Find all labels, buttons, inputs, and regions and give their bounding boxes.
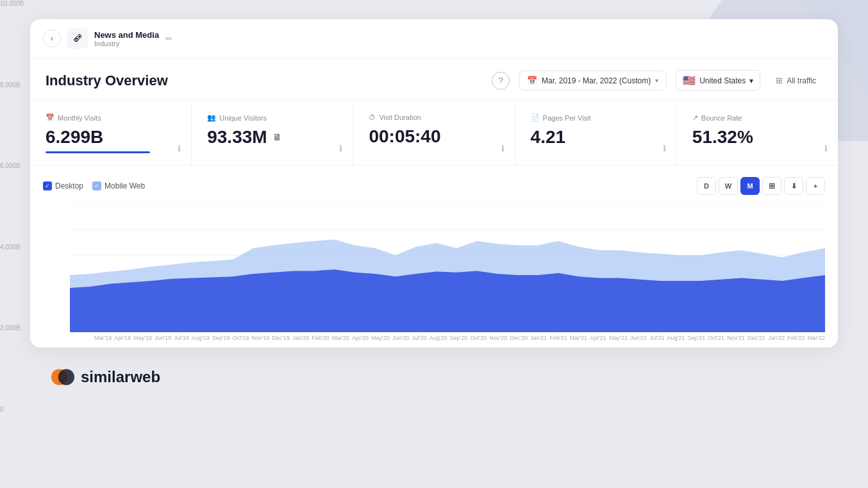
x-label: Jul'20: [412, 335, 426, 341]
legend-check-desktop: ✓: [43, 181, 52, 190]
x-label: Sep'21: [687, 335, 705, 341]
back-icon: ‹: [51, 34, 53, 43]
info-icon-2[interactable]: ℹ: [501, 144, 505, 153]
x-label: Jun'20: [392, 335, 409, 341]
metric-label-visit-duration: ⏱ Visit Duration: [369, 114, 499, 121]
calendar-icon-small: 📅: [46, 114, 54, 122]
metric-label-bounce-rate: ↗ Bounce Rate: [692, 114, 822, 122]
country-picker[interactable]: 🇺🇸 United States ▾: [676, 70, 760, 91]
x-label: Mar'19: [94, 335, 112, 341]
clock-icon: ⏱: [369, 114, 376, 121]
pages-icon: 📄: [531, 114, 540, 122]
bounce-icon: ↗: [692, 114, 698, 122]
x-label: Dec'21: [747, 335, 765, 341]
card-header: ‹ 🗞 News and Media Industry ✏: [30, 19, 838, 58]
page-title: Industry Overview: [46, 72, 483, 89]
x-label: Feb'22: [787, 335, 805, 341]
metric-label-monthly-visits: 📅 Monthly Visits: [46, 114, 176, 122]
edit-icon[interactable]: ✏: [165, 34, 172, 44]
breadcrumb-icon: 🗞: [67, 28, 88, 49]
x-label: Sep'19: [212, 335, 230, 341]
chart-btn-day[interactable]: D: [697, 177, 716, 195]
chevron-down-icon: ▾: [655, 77, 658, 84]
info-icon-3[interactable]: ℹ: [663, 144, 666, 153]
date-range-picker[interactable]: 📅 Mar, 2019 - Mar, 2022 (Custom) ▾: [519, 71, 667, 90]
metric-bounce-rate: ↗ Bounce Rate 51.32% ℹ: [677, 101, 838, 165]
y-axis: 10.000B 8.000B 6.000B 4.000B 2.000B 0: [43, 204, 70, 341]
x-label: Jul'21: [649, 335, 664, 341]
help-button[interactable]: ?: [492, 72, 510, 90]
legend-mobile[interactable]: ✓ Mobile Web: [92, 181, 145, 190]
x-label: Oct'19: [233, 335, 249, 341]
chevron-down-icon-2: ▾: [749, 76, 753, 85]
metric-value-bounce-rate: 51.32%: [692, 127, 822, 147]
x-label: Jan'21: [530, 335, 547, 341]
x-label: Jan'20: [292, 335, 309, 341]
x-label: Jun'21: [630, 335, 647, 341]
desktop-icon: 🖥: [272, 132, 281, 142]
metrics-row: 📅 Monthly Visits 6.299B ℹ 👥 Unique Visit…: [30, 101, 838, 165]
info-icon-4[interactable]: ℹ: [824, 144, 828, 153]
x-label: Apr'19: [114, 335, 131, 341]
sw-logo-icon: [51, 366, 74, 389]
chart-container: 10.000B 8.000B 6.000B 4.000B 2.000B 0: [43, 204, 825, 341]
x-labels: Mar'19 Apr'19 May'19 Jun'19 Jul'19 Aug'1…: [70, 332, 825, 341]
metric-pages-per-visit: 📄 Pages Per Visit 4.21 ℹ: [515, 101, 677, 165]
metric-label-unique-visitors: 👥 Unique Visitors: [207, 114, 337, 122]
x-label: Mar'21: [570, 335, 587, 341]
x-label: Aug'20: [430, 335, 447, 341]
chart-btn-excel[interactable]: ⊞: [762, 177, 781, 195]
chart-btn-add[interactable]: +: [806, 177, 825, 195]
x-label: Jan'22: [768, 335, 785, 341]
x-label: Dec'19: [272, 335, 290, 341]
info-icon-0[interactable]: ℹ: [178, 144, 181, 153]
chart-svg: [70, 204, 825, 332]
x-label: Nov'21: [727, 335, 745, 341]
chart-btn-month[interactable]: M: [740, 177, 760, 195]
x-label: Aug'21: [667, 335, 685, 341]
x-label: Apr'21: [590, 335, 606, 341]
metric-monthly-visits: 📅 Monthly Visits 6.299B ℹ: [30, 101, 192, 165]
x-label: Oct'20: [470, 335, 487, 341]
svg-point-7: [58, 369, 74, 385]
metric-value-pages-per-visit: 4.21: [531, 127, 661, 147]
metric-value-unique-visitors: 93.33M 🖥: [207, 127, 337, 147]
chart-area: [70, 204, 825, 332]
x-label: Nov'20: [489, 335, 507, 341]
flag-icon: 🇺🇸: [683, 74, 696, 87]
x-label: Apr'20: [352, 335, 369, 341]
x-label: Aug'19: [192, 335, 210, 341]
info-icon-1[interactable]: ℹ: [339, 144, 342, 153]
excel-icon: ⊞: [769, 181, 775, 190]
chart-btn-download[interactable]: ⬇: [784, 177, 803, 195]
x-label: Feb'21: [549, 335, 567, 341]
x-label: Dec'20: [510, 335, 528, 341]
page-header: Industry Overview ? 📅 Mar, 2019 - Mar, 2…: [30, 58, 838, 101]
chart-btn-week[interactable]: W: [719, 177, 738, 195]
x-label: Mar'20: [332, 335, 349, 341]
back-button[interactable]: ‹: [43, 29, 61, 47]
traffic-icon: ⊞: [776, 76, 783, 85]
metric-value-visit-duration: 00:05:40: [369, 126, 499, 147]
plus-icon: +: [814, 182, 817, 190]
calendar-icon: 📅: [527, 76, 537, 85]
x-label: Nov'19: [251, 335, 269, 341]
x-label: Feb'20: [312, 335, 330, 341]
metric-value-monthly-visits: 6.299B: [46, 127, 176, 147]
legend-desktop[interactable]: ✓ Desktop: [43, 181, 83, 190]
x-label: Jul'19: [174, 335, 188, 341]
chart-controls: ✓ Desktop ✓ Mobile Web D W M ⊞: [43, 177, 825, 195]
similarweb-logo: similarweb: [26, 348, 842, 407]
x-label: May'19: [133, 335, 152, 341]
legend-check-mobile: ✓: [92, 181, 101, 190]
x-label: Jun'19: [154, 335, 171, 341]
chart-time-buttons: D W M ⊞ ⬇ +: [697, 177, 825, 195]
traffic-selector[interactable]: ⊞ All traffic: [769, 72, 822, 89]
country-label: United States: [699, 76, 746, 85]
brand-name: similarweb: [81, 368, 160, 386]
x-label: Mar'22: [808, 335, 825, 341]
visitors-icon: 👥: [207, 114, 216, 122]
x-label: May'20: [371, 335, 390, 341]
x-label: May'21: [609, 335, 628, 341]
chart-area-wrapper: Mar'19 Apr'19 May'19 Jun'19 Jul'19 Aug'1…: [70, 204, 825, 341]
